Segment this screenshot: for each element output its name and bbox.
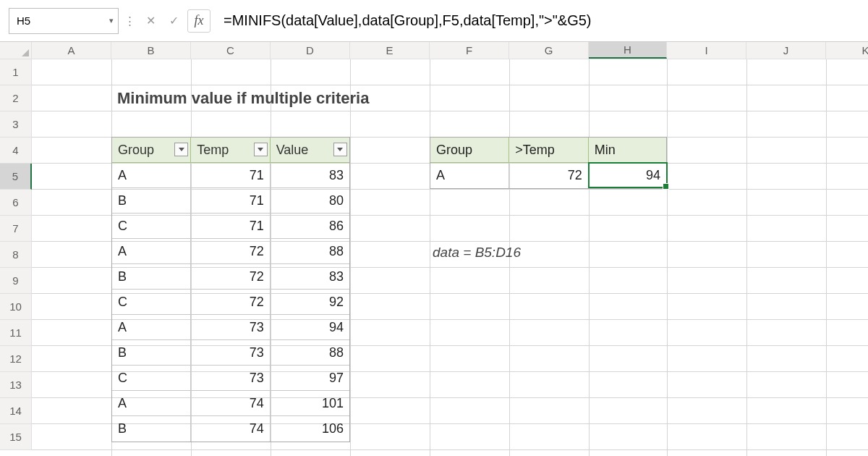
cell[interactable]: 71	[191, 214, 270, 238]
formula-input[interactable]	[215, 12, 859, 30]
cell-grid[interactable]: Minimum value if multiple criteria Group…	[32, 59, 868, 456]
col-header-value[interactable]: Value	[271, 138, 349, 162]
row-header[interactable]: 3	[0, 111, 31, 138]
row-header[interactable]: 13	[0, 372, 31, 398]
row-header[interactable]: 7	[0, 216, 31, 242]
cell[interactable]: C	[112, 214, 191, 238]
cell[interactable]: B	[112, 188, 191, 213]
table-row: B7180	[112, 188, 349, 214]
cell[interactable]: 72	[509, 163, 588, 188]
cell[interactable]: 73	[191, 340, 270, 365]
row-header[interactable]: 4	[0, 138, 31, 164]
cell[interactable]: 88	[271, 340, 349, 365]
table-row: B74106	[112, 416, 349, 442]
table-row: A 72 94	[430, 163, 666, 188]
row-header[interactable]: 8	[0, 242, 31, 268]
column-headers: ABCDEFGHIJK	[32, 42, 868, 59]
cell[interactable]: 86	[271, 214, 349, 238]
filter-dropdown-icon[interactable]	[174, 143, 188, 156]
filter-dropdown-icon[interactable]	[254, 143, 268, 156]
page-title: Minimum value if multiple criteria	[113, 85, 431, 111]
select-all-corner[interactable]	[0, 42, 32, 59]
cell[interactable]: 72	[191, 290, 270, 314]
cell[interactable]: 101	[271, 391, 349, 415]
cell[interactable]: B	[112, 264, 191, 289]
criteria-table: Group >Temp Min A 72 94	[430, 137, 667, 189]
confirm-icon[interactable]: ✓	[164, 12, 183, 30]
table-row: B7388	[112, 340, 349, 366]
cell[interactable]: A	[112, 163, 191, 187]
row-header[interactable]: 10	[0, 294, 31, 320]
cell[interactable]: 83	[271, 264, 349, 289]
column-header[interactable]: F	[430, 42, 509, 59]
cell[interactable]: 88	[271, 239, 349, 263]
filter-dropdown-icon[interactable]	[333, 143, 347, 156]
cell[interactable]: 71	[191, 163, 270, 187]
data-table: Group Temp Value A7183B7180C7186A7288B72…	[111, 137, 350, 442]
column-header[interactable]: B	[111, 42, 191, 59]
cell[interactable]: A	[430, 163, 509, 188]
row-header[interactable]: 2	[0, 85, 31, 111]
annotation-text: data = B5:D16	[433, 245, 521, 261]
chevron-down-icon[interactable]: ▾	[109, 16, 114, 25]
table-row: A7288	[112, 239, 349, 264]
row-header[interactable]: 6	[0, 190, 31, 216]
row-header[interactable]: 14	[0, 398, 31, 424]
cell[interactable]: 94	[589, 163, 666, 188]
cell[interactable]: A	[112, 315, 191, 339]
cell[interactable]: 73	[191, 366, 270, 390]
row-header[interactable]: 9	[0, 268, 31, 294]
column-header[interactable]: E	[350, 42, 430, 59]
row-header[interactable]: 15	[0, 424, 31, 450]
cell[interactable]: A	[112, 239, 191, 263]
cell[interactable]: 92	[271, 290, 349, 314]
separator: ⋮	[123, 14, 137, 28]
column-header[interactable]: A	[32, 42, 111, 59]
cell[interactable]: B	[112, 340, 191, 365]
row-header[interactable]: 12	[0, 346, 31, 372]
cancel-icon[interactable]: ✕	[141, 12, 160, 30]
cell[interactable]: 94	[271, 315, 349, 339]
table-row: B7283	[112, 264, 349, 290]
column-header[interactable]: H	[589, 42, 667, 59]
cell[interactable]: 71	[191, 188, 270, 213]
col-header-group[interactable]: Group	[112, 138, 191, 162]
row-header[interactable]: 11	[0, 320, 31, 346]
cell[interactable]: C	[112, 366, 191, 390]
cell[interactable]: 106	[271, 416, 349, 442]
column-header[interactable]: D	[271, 42, 350, 59]
cell[interactable]: 73	[191, 315, 270, 339]
table-header-row: Group >Temp Min	[430, 138, 666, 163]
col-header-temp: >Temp	[509, 138, 588, 162]
table-row: A7183	[112, 163, 349, 188]
col-header-label: Value	[276, 143, 309, 158]
column-header[interactable]: J	[746, 42, 826, 59]
table-row: C7292	[112, 290, 349, 315]
col-header-label: Temp	[197, 143, 229, 158]
cell[interactable]: 83	[271, 163, 349, 187]
column-header[interactable]: C	[191, 42, 271, 59]
table-row: C7397	[112, 366, 349, 391]
column-header[interactable]: I	[667, 42, 746, 59]
cell[interactable]: A	[112, 391, 191, 415]
col-header-group: Group	[430, 138, 509, 162]
row-header[interactable]: 1	[0, 59, 31, 85]
column-header[interactable]: G	[509, 42, 589, 59]
col-header-temp[interactable]: Temp	[191, 138, 270, 162]
cell[interactable]: 74	[191, 416, 270, 442]
cell-reference-input[interactable]	[9, 14, 118, 27]
cell[interactable]: 72	[191, 264, 270, 289]
table-header-row: Group Temp Value	[112, 138, 349, 163]
cell[interactable]: C	[112, 290, 191, 314]
worksheet: ABCDEFGHIJK 123456789101112131415 Minimu…	[0, 42, 868, 456]
col-header-min: Min	[589, 138, 666, 162]
cell[interactable]: 74	[191, 391, 270, 415]
cell[interactable]: B	[112, 416, 191, 442]
cell[interactable]: 80	[271, 188, 349, 213]
cell[interactable]: 72	[191, 239, 270, 263]
row-header[interactable]: 5	[0, 164, 32, 190]
name-box[interactable]: ▾	[9, 8, 119, 34]
fx-icon[interactable]: fx	[187, 9, 210, 33]
column-header[interactable]: K	[826, 42, 868, 59]
cell[interactable]: 97	[271, 366, 349, 390]
